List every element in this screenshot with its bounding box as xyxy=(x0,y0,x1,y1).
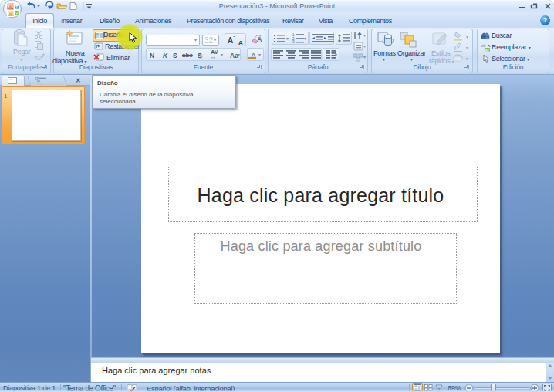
svg-text:ac: ac xyxy=(485,48,490,52)
svg-text:A: A xyxy=(257,35,262,43)
svg-text:3: 3 xyxy=(292,40,295,43)
